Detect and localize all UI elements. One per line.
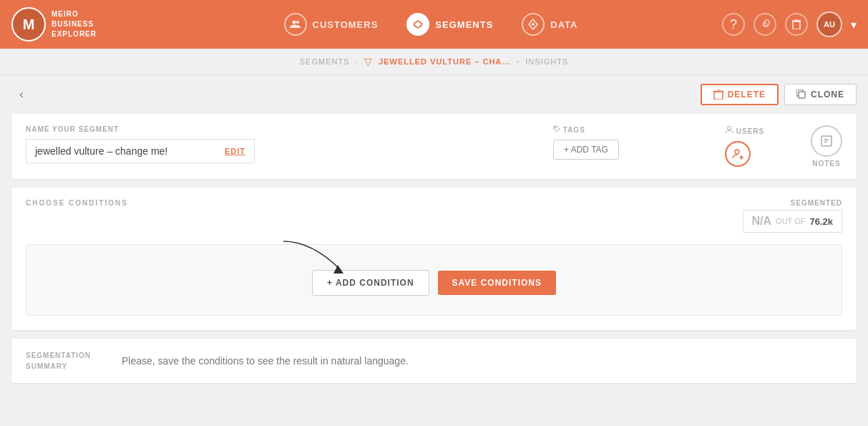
delete-label: DELETE (728, 89, 766, 100)
summary-text: Please, save the conditions to see the r… (122, 355, 409, 367)
breadcrumb-insights[interactable]: INSIGHTS (525, 57, 568, 66)
delete-button[interactable]: DELETE (701, 84, 779, 105)
nav-segments-label: SEGMENTS (435, 19, 493, 30)
breadcrumb-segments[interactable]: SEGMENTS (300, 57, 350, 66)
summary-label: SEGMENTATIONSUMMARY (26, 350, 104, 372)
svg-point-4 (532, 24, 535, 26)
segment-info-card: NAME YOUR SEGMENT jewelled vulture – cha… (11, 114, 857, 179)
add-user-icon (732, 148, 743, 160)
add-tag-label: + ADD TAG (564, 145, 608, 155)
breadcrumb-segment-name[interactable]: JEWELLED VULTURE – CHA... (379, 57, 510, 66)
customers-icon (284, 13, 307, 36)
nav-segments[interactable]: SEGMENTS (401, 10, 499, 39)
clone-icon (796, 89, 806, 100)
logo-text: MEIROBUSINESSEXPLORER (52, 9, 97, 39)
logo-icon: M (11, 7, 46, 42)
conditions-header: CHOOSE CONDITIONS SEGMENTED N/A OUT OF 7… (26, 199, 842, 233)
svg-point-6 (555, 127, 556, 128)
nav-right: ? AU ▾ (722, 11, 857, 37)
segments-icon (406, 13, 429, 36)
users-area: USERS (725, 125, 782, 167)
delete-icon (713, 89, 723, 100)
nav-items: CUSTOMERS SEGMENTS DATA (140, 10, 722, 39)
save-conditions-button[interactable]: SAVE CONDITIONS (438, 271, 556, 295)
tags-label: TAGS (553, 125, 696, 134)
conditions-inner: + ADD CONDITION SAVE CONDITIONS (26, 244, 842, 316)
top-navigation: M MEIROBUSINESSEXPLORER CUSTOMERS SEGMEN… (0, 0, 868, 49)
segmentation-summary-card: SEGMENTATIONSUMMARY Please, save the con… (11, 339, 857, 383)
logo-area[interactable]: M MEIROBUSINESSEXPLORER (11, 7, 97, 42)
edit-link[interactable]: EDIT (225, 147, 245, 155)
segment-name-area: NAME YOUR SEGMENT jewelled vulture – cha… (26, 125, 525, 163)
nav-data-label: DATA (550, 19, 577, 30)
arrow-indicator (269, 238, 384, 281)
back-button[interactable]: ‹ (11, 84, 31, 105)
svg-point-7 (728, 127, 731, 130)
breadcrumb-arrow: › (355, 57, 359, 66)
segmented-total: 76.2k (809, 216, 833, 227)
tags-area: TAGS + ADD TAG (553, 125, 696, 160)
save-conditions-label: SAVE CONDITIONS (452, 278, 542, 288)
svg-marker-10 (333, 265, 343, 273)
nav-data[interactable]: DATA (516, 10, 583, 39)
svg-point-1 (296, 21, 299, 24)
avatar-dropdown-icon[interactable]: ▾ (851, 18, 857, 32)
svg-rect-9 (821, 136, 832, 146)
svg-rect-5 (799, 92, 805, 98)
settings-icon[interactable] (754, 13, 776, 36)
nav-customers-label: CUSTOMERS (313, 19, 379, 30)
avatar-initials: AU (824, 20, 835, 29)
help-icon[interactable]: ? (722, 13, 745, 36)
main-content: ‹ DELETE CLONE NAME YOUR SEGMENT (0, 75, 868, 392)
conditions-title: CHOOSE CONDITIONS (26, 199, 128, 207)
clone-button[interactable]: CLONE (784, 84, 857, 105)
conditions-card: CHOOSE CONDITIONS SEGMENTED N/A OUT OF 7… (11, 188, 857, 330)
svg-point-8 (735, 150, 739, 154)
add-tag-button[interactable]: + ADD TAG (553, 140, 619, 160)
tag-icon (553, 125, 560, 132)
users-icon (725, 125, 733, 134)
notes-area: NOTES (811, 125, 842, 168)
add-user-button[interactable] (725, 141, 751, 167)
user-avatar[interactable]: AU (816, 11, 842, 37)
users-label: USERS (725, 125, 782, 135)
notes-label: NOTES (812, 160, 840, 168)
breadcrumb-filter-icon: ▽ (364, 56, 373, 67)
svg-point-0 (292, 21, 296, 24)
notes-button[interactable] (811, 125, 842, 157)
clone-label: CLONE (811, 89, 844, 100)
toolbar: ‹ DELETE CLONE (11, 84, 857, 105)
back-icon: ‹ (19, 88, 23, 101)
nav-customers[interactable]: CUSTOMERS (278, 10, 384, 39)
segmented-area: SEGMENTED N/A OUT OF 76.2k (743, 199, 842, 233)
data-icon (522, 13, 545, 36)
segmented-value: N/A OUT OF 76.2k (743, 210, 842, 233)
segment-name-value: jewelled vulture – change me! (35, 145, 167, 157)
segmented-na: N/A (752, 215, 772, 228)
segment-name-input[interactable]: jewelled vulture – change me! EDIT (26, 139, 255, 163)
name-field-label: NAME YOUR SEGMENT (26, 125, 525, 133)
breadcrumb: SEGMENTS › ▽ JEWELLED VULTURE – CHA... •… (0, 49, 868, 75)
trash-icon[interactable] (785, 13, 808, 36)
notes-icon (819, 134, 834, 148)
breadcrumb-dot: • (516, 57, 520, 66)
segmented-out-of: OUT OF (776, 217, 805, 226)
toolbar-actions: DELETE CLONE (701, 84, 857, 105)
segmented-label: SEGMENTED (743, 199, 842, 207)
